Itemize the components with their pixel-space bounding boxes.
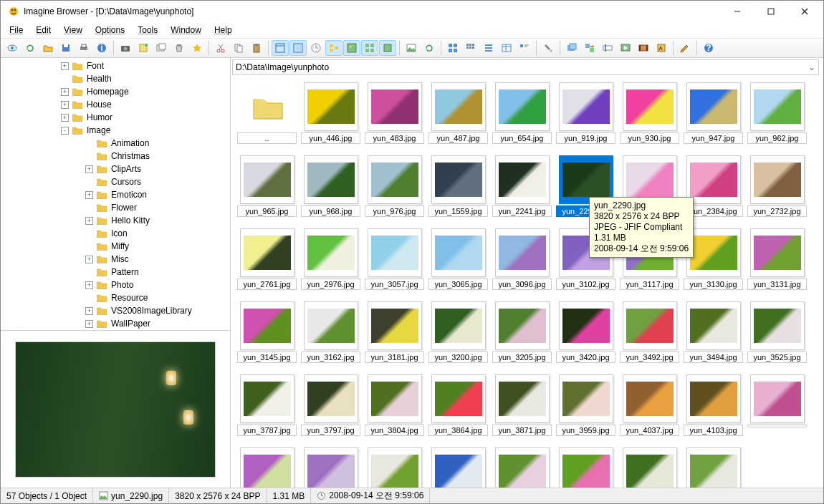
print-icon[interactable] [75, 40, 92, 56]
open-icon[interactable] [39, 40, 57, 56]
expand-icon[interactable]: + [85, 256, 93, 263]
expand-icon[interactable]: + [61, 114, 69, 122]
menu-view[interactable]: View [58, 24, 88, 37]
thumbnail[interactable]: yun_3096.jpg [492, 228, 552, 290]
close-button[interactable] [788, 1, 820, 21]
thumbnail[interactable]: yun_3871.jpg [492, 374, 552, 436]
thumbnail[interactable]: yun_2761.jpg [236, 228, 297, 290]
clock-icon[interactable] [307, 40, 325, 56]
thumbnail[interactable]: yun_3494.jpg [683, 301, 744, 363]
expand-icon[interactable]: + [85, 217, 93, 225]
settings-icon[interactable] [540, 40, 557, 56]
expand-icon[interactable]: + [85, 307, 93, 315]
expand-icon[interactable]: + [61, 101, 69, 109]
editor-icon[interactable] [653, 40, 670, 56]
menu-options[interactable]: Options [90, 24, 130, 37]
thumbnail[interactable]: yun_3804.jpg [364, 374, 425, 436]
sticky-icon[interactable] [135, 40, 152, 56]
expand-icon[interactable]: + [85, 165, 93, 173]
folder-font[interactable]: +Font [1, 59, 230, 72]
menu-tools[interactable]: Tools [132, 24, 163, 37]
rename-icon[interactable] [599, 40, 616, 56]
thumbnail-area[interactable]: ..yun_446.jpgyun_483.jpgyun_487.jpgyun_6… [231, 77, 823, 488]
path-input[interactable] [236, 62, 808, 72]
folder-misc[interactable]: +Misc [1, 253, 230, 266]
save-icon[interactable] [57, 40, 75, 56]
animation-icon[interactable] [635, 40, 652, 56]
folder-icon[interactable]: Icon [1, 227, 230, 240]
thumbnail[interactable] [747, 374, 808, 436]
slideshow-icon[interactable] [617, 40, 634, 56]
thumbnail[interactable] [492, 447, 552, 488]
folder-photo[interactable]: +Photo [1, 278, 230, 291]
minimize-button[interactable] [721, 1, 753, 21]
folder-pattern[interactable]: Pattern [1, 266, 230, 278]
list-icon[interactable] [480, 40, 497, 56]
tiles-icon[interactable] [516, 40, 533, 56]
thumbnail[interactable]: yun_3525.jpg [747, 301, 808, 363]
cut-icon[interactable] [212, 40, 229, 56]
folder-flower[interactable]: Flower [1, 201, 230, 214]
menu-window[interactable]: Window [165, 24, 207, 37]
folder-humor[interactable]: +Humor [1, 111, 230, 124]
thumbnail[interactable]: yun_930.jpg [619, 82, 680, 144]
thumbnail[interactable] [683, 447, 744, 488]
thumbnail[interactable]: yun_483.jpg [364, 82, 425, 144]
folder-christmas[interactable]: Christmas [1, 150, 230, 163]
expand-icon[interactable]: + [61, 62, 69, 70]
menu-help[interactable]: Help [209, 24, 238, 37]
thumbnail[interactable]: yun_3181.jpg [364, 301, 425, 363]
folder-tree[interactable]: +FontHealth+Homepage+House+Humor-ImageAn… [1, 58, 230, 330]
chevron-down-icon[interactable]: ⌄ [808, 62, 815, 72]
expand-icon[interactable]: + [85, 281, 93, 289]
favorite-icon[interactable] [188, 40, 206, 56]
view-icon[interactable] [4, 40, 21, 56]
thumbnail[interactable] [236, 447, 297, 488]
thumbnail[interactable]: yun_487.jpg [428, 82, 489, 144]
details-icon[interactable] [498, 40, 515, 56]
menu-edit[interactable]: Edit [30, 24, 57, 37]
help-icon[interactable]: ? [700, 40, 717, 56]
thumbnail[interactable] [555, 447, 616, 488]
expand-icon[interactable]: + [85, 320, 93, 328]
thumbnail[interactable]: yun_3145.jpg [236, 301, 297, 363]
image-icon[interactable] [403, 40, 420, 56]
folder-miffy[interactable]: Miffy [1, 240, 230, 253]
thumbnail[interactable]: yun_3787.jpg [236, 374, 297, 436]
collapse-icon[interactable]: - [61, 127, 69, 135]
copy-icon[interactable] [230, 40, 247, 56]
capture-icon[interactable] [117, 40, 134, 56]
thumbnail[interactable]: yun_3200.jpg [428, 301, 489, 363]
expand-icon[interactable]: + [61, 88, 69, 96]
thumbnail[interactable]: yun_2732.jpg [747, 155, 808, 217]
thumbnail[interactable]: yun_3420.jpg [555, 301, 616, 363]
thumbnail[interactable]: yun_962.jpg [747, 82, 808, 144]
batch-icon[interactable] [563, 40, 580, 56]
thumbnail[interactable]: yun_3057.jpg [364, 228, 425, 290]
thumbnail[interactable]: yun_4037.jpg [619, 374, 680, 436]
thumbnail[interactable]: yun_3492.jpg [619, 301, 680, 363]
folder-wallpaper[interactable]: +WallPaper [1, 317, 230, 330]
convert-icon[interactable] [581, 40, 598, 56]
folder-house[interactable]: +House [1, 98, 230, 111]
thumbnail[interactable]: yun_3864.jpg [428, 374, 489, 436]
edit-icon[interactable] [676, 40, 694, 56]
thumbnail[interactable]: yun_3065.jpg [428, 228, 489, 290]
single-icon[interactable] [379, 40, 396, 56]
thumbnail[interactable]: yun_2241.jpg [492, 155, 552, 217]
new-window-icon[interactable] [153, 40, 170, 56]
thumbnail[interactable]: yun_3959.jpg [555, 374, 616, 436]
layout-1-icon[interactable] [272, 40, 289, 56]
grid-icon[interactable] [361, 40, 378, 56]
thumb-small-icon[interactable] [462, 40, 479, 56]
folder-image[interactable]: -Image [1, 124, 230, 137]
maximize-button[interactable] [754, 1, 787, 21]
thumbnail[interactable]: yun_3797.jpg [300, 374, 361, 436]
thumbnail[interactable]: yun_2976.jpg [300, 228, 361, 290]
trash-icon[interactable] [171, 40, 188, 56]
reload-icon[interactable] [421, 40, 438, 56]
folder-health[interactable]: Health [1, 72, 230, 85]
folder-cliparts[interactable]: +ClipArts [1, 163, 230, 175]
thumb-large-icon[interactable] [444, 40, 461, 56]
menu-file[interactable]: File [4, 24, 29, 37]
